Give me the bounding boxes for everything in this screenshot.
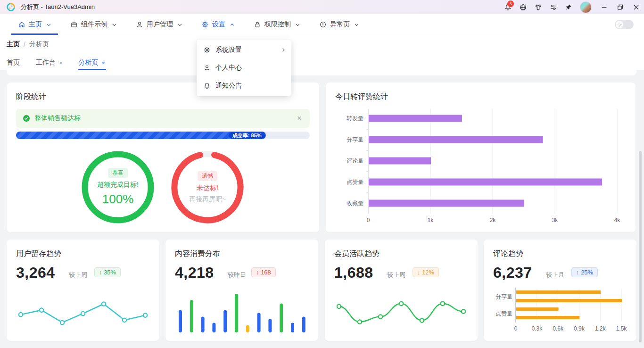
breadcrumb-current: 分析页 (29, 40, 49, 49)
nav-label: 设置 (212, 20, 225, 29)
chevron-down-icon (354, 22, 359, 27)
menu-item-label: 通知公告 (215, 82, 242, 90)
stat-value: 3,264 (16, 264, 55, 282)
close-tab-icon[interactable]: × (59, 59, 63, 66)
close-tab-icon[interactable]: × (102, 59, 106, 66)
chevron-down-icon (112, 22, 117, 27)
close-icon (632, 3, 640, 11)
ring-encouragement: 再接再厉吧~ (189, 195, 226, 204)
svg-text:3k: 3k (552, 217, 559, 224)
ring-message: 未达标! (197, 184, 218, 192)
stat-trend-badge: ↑ 168 (251, 267, 276, 277)
layout-icon (549, 3, 557, 11)
language-icon (519, 3, 527, 11)
nav-item-home[interactable]: 主页 (11, 14, 58, 35)
svg-text:1.5k: 1.5k (616, 325, 627, 332)
stat-compare-label: 较昨日 (228, 271, 246, 279)
breadcrumb-root[interactable]: 主页 (7, 40, 20, 49)
stat-trend-badge: ↑ 35% (94, 267, 121, 277)
svg-text:0: 0 (514, 325, 518, 332)
nav-item-settings[interactable]: 设置 (195, 14, 241, 35)
svg-text:评论量: 评论量 (347, 157, 363, 164)
arrow-up-icon: ↑ (99, 269, 102, 276)
chevron-down-icon (46, 22, 51, 27)
nav-label: 用户管理 (147, 20, 173, 29)
gear-icon (203, 46, 211, 54)
settings-dropdown-menu: 系统设置 个人中心 通知公告 (197, 40, 291, 96)
notifications-button[interactable]: 3 (500, 0, 515, 14)
badge-value: 168 (261, 269, 271, 276)
share-stats-bar-chart: 转发量分享量评论量点赞量收藏量01k2k3k4k (335, 109, 626, 227)
tab-label: 工作台 (36, 58, 56, 67)
svg-text:0: 0 (367, 217, 370, 224)
consumption-bar-chart (175, 289, 309, 334)
notification-badge: 3 (507, 0, 514, 7)
nav-label: 组件示例 (81, 20, 107, 29)
chevron-up-icon (230, 22, 235, 27)
window-title: 分析页 - Tauri2-Vue3Admin (21, 3, 95, 11)
nav-label: 主页 (29, 20, 42, 29)
svg-text:分享量: 分享量 (347, 136, 363, 143)
tab-workbench[interactable]: 工作台 × (36, 56, 63, 70)
close-button[interactable] (628, 0, 644, 14)
stat-compare-label: 较上周 (387, 271, 405, 279)
pin-window-button[interactable] (561, 0, 576, 14)
lock-icon (254, 21, 261, 28)
nav-item-permissions[interactable]: 权限控制 (247, 14, 307, 35)
alert-close-icon[interactable]: × (295, 114, 304, 123)
svg-text:1k: 1k (428, 217, 434, 224)
main-nav: 主页 组件示例 用户管理 设置 权限控制 异常页 (0, 14, 644, 35)
progress-fill: 成交率: 85% (16, 132, 266, 139)
nav-item-components[interactable]: 组件示例 (64, 14, 124, 35)
svg-text:1.2k: 1.2k (595, 325, 606, 332)
tab-home[interactable]: 首页 (7, 56, 20, 70)
card-title: 内容消费分布 (175, 249, 220, 259)
user-icon (203, 64, 211, 72)
menu-item-system-settings[interactable]: 系统设置 (197, 41, 291, 59)
svg-text:0.3k: 0.3k (531, 325, 543, 332)
alert-text: 整体销售额达标 (34, 114, 81, 123)
toggle-knob (616, 21, 623, 28)
language-button[interactable] (515, 0, 530, 14)
goal-ring-success: 恭喜 超额完成目标! 100% (79, 149, 157, 226)
nav-item-exceptions[interactable]: 异常页 (313, 14, 366, 35)
menu-item-announcements[interactable]: 通知公告 (197, 77, 291, 95)
page-tabs: 首页 工作台 × 分析页 × (7, 56, 105, 70)
nav-item-users[interactable]: 用户管理 (129, 14, 189, 35)
card-title: 评论趋势 (493, 249, 523, 259)
sun-icon (617, 22, 622, 27)
arrow-up-icon: ↑ (576, 269, 579, 276)
goal-ring-fail: 遗憾 未达标! 再接再厉吧~ (169, 149, 246, 226)
layout-settings-button[interactable] (545, 0, 561, 14)
theme-skin-button[interactable] (530, 0, 545, 14)
svg-text:点赞量: 点赞量 (347, 179, 363, 185)
bell-icon (203, 82, 211, 90)
retention-card: 用户留存趋势 3,264 较上周 ↑ 35% (7, 240, 159, 341)
consumption-card: 内容消费分布 4,218 较昨日 ↑ 168 (165, 240, 318, 341)
menu-item-label: 个人中心 (215, 64, 242, 72)
member-line-chart (334, 289, 468, 334)
maximize-button[interactable] (612, 0, 628, 14)
stat-value: 1,688 (334, 264, 373, 282)
progress-label: 成交率: 85% (229, 132, 265, 139)
vertical-scrollbar[interactable] (639, 151, 642, 342)
arrow-down-icon: ↓ (417, 269, 421, 276)
page-subheader: 主页 / 分析页 首页 工作台 × 分析页 × (0, 35, 644, 70)
titlebar: 分析页 - Tauri2-Vue3Admin 3 (0, 0, 644, 14)
tab-label: 分析页 (79, 58, 99, 67)
svg-text:2k: 2k (490, 217, 496, 224)
card-title: 阶段统计 (16, 92, 46, 102)
minimize-button[interactable] (596, 0, 612, 14)
svg-text:收藏量: 收藏量 (347, 200, 363, 207)
retention-line-chart (16, 289, 150, 334)
avatar[interactable] (580, 1, 592, 13)
member-activity-card: 会员活跃趋势 1,688 较上周 ↓ 12% (325, 240, 478, 341)
comment-bar-chart: 分享量点赞量00.3k0.6k0.9k1.2k1.5k (493, 287, 627, 335)
menu-item-label: 系统设置 (215, 46, 242, 54)
svg-text:点赞量: 点赞量 (495, 310, 512, 317)
dark-mode-toggle[interactable] (615, 20, 634, 29)
deal-rate-progressbar: 成交率: 85% (16, 132, 310, 139)
user-icon (136, 21, 143, 28)
tab-analysis[interactable]: 分析页 × (79, 56, 106, 70)
menu-item-profile[interactable]: 个人中心 (197, 59, 291, 77)
